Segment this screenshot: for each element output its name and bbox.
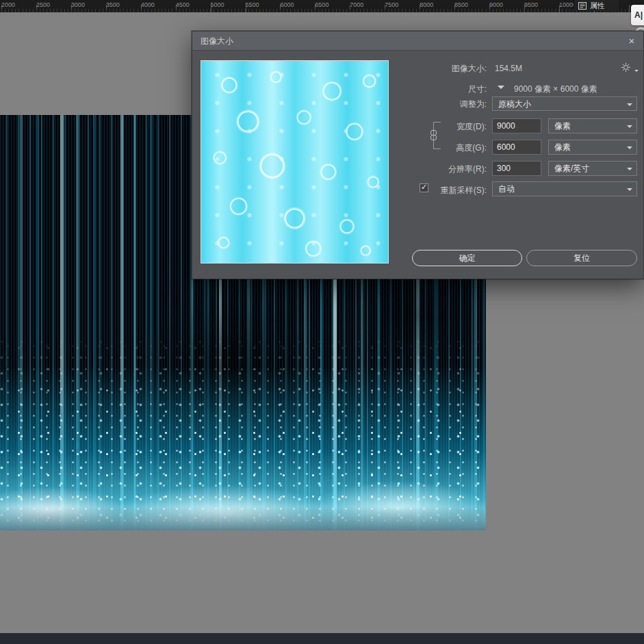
ruler-tick: 9500 [524, 1, 538, 8]
resolution-unit-value: 像素/英寸 [554, 164, 589, 173]
ruler-tick: 7000 [350, 1, 363, 8]
fit-to-select[interactable]: 原稿大小 [492, 96, 637, 111]
canvas-sparkles [0, 332, 486, 530]
width-input[interactable] [492, 118, 541, 133]
resolution-input[interactable] [492, 161, 541, 176]
height-unit-select[interactable]: 像素 [548, 140, 637, 155]
dimensions-label: 尺寸: [468, 83, 487, 94]
ruler-tick: 2000 [1, 1, 15, 8]
width-unit-value: 像素 [554, 121, 571, 131]
tool-hint-chip[interactable]: A| [631, 5, 644, 25]
image-size-dialog: 图像大小 × 图像大小: 154.5M 尺寸: 9000 像素 × 6000 像… [192, 31, 644, 279]
ruler-tick: 3000 [71, 1, 85, 8]
resolution-label: 分辨率(R): [448, 164, 487, 175]
height-label: 高度(G): [456, 142, 487, 153]
resample-label: 重新采样(S): [441, 185, 487, 196]
ruler-tick: 6000 [280, 1, 294, 8]
gear-icon[interactable] [621, 62, 639, 75]
ruler-tick: 4000 [141, 1, 155, 8]
image-size-value: 154.5M [495, 63, 522, 74]
ruler-tick: 6500 [315, 1, 329, 8]
reset-button[interactable]: 复位 [526, 250, 637, 266]
ruler-tick: 9000 [489, 1, 503, 8]
dimensions-dropdown-icon[interactable] [498, 86, 504, 92]
canvas-reflection [0, 507, 486, 530]
ruler-tick: 8000 [420, 1, 433, 8]
chain-link-icon [430, 135, 437, 140]
image-preview[interactable] [201, 60, 389, 263]
ruler-tick: 7500 [385, 1, 398, 8]
height-unit-value: 像素 [554, 142, 571, 152]
ruler-tick: 5500 [246, 1, 259, 8]
width-unit-select[interactable]: 像素 [548, 118, 637, 133]
ruler-tick: 8500 [454, 1, 468, 8]
width-label: 宽度(D): [456, 121, 487, 132]
properties-panel-label: 属性 [590, 1, 605, 11]
properties-panel-tab[interactable]: 属性 [574, 0, 619, 11]
ruler-tick: 4500 [176, 1, 190, 8]
ruler-tick: 5000 [211, 1, 224, 8]
ruler-tick: 2500 [36, 1, 50, 8]
resample-select[interactable]: 自动 [492, 181, 637, 196]
gear-caret-icon [634, 70, 639, 74]
image-size-label: 图像大小: [452, 63, 487, 74]
bottom-bar [0, 633, 644, 644]
dialog-title: 图像大小 [201, 31, 233, 51]
resolution-unit-select[interactable]: 像素/英寸 [548, 161, 637, 176]
dimensions-value: 9000 像素 × 6000 像素 [514, 83, 597, 94]
constrain-proportions-bracket[interactable] [433, 122, 441, 149]
ok-button[interactable]: 确定 [412, 250, 522, 266]
dialog-titlebar[interactable]: 图像大小 × [192, 31, 643, 51]
resample-checkbox[interactable] [420, 183, 428, 192]
resample-value: 自动 [498, 184, 515, 194]
properties-panel-icon [578, 2, 587, 10]
close-icon[interactable]: × [626, 35, 638, 47]
fit-to-value: 原稿大小 [498, 99, 531, 109]
photoshop-window: 2000250030003500400045005000550060006500… [0, 0, 644, 644]
ruler[interactable]: 2000250030003500400045005000550060006500… [0, 0, 644, 12]
ruler-tick: 3500 [106, 1, 120, 8]
height-input[interactable] [492, 140, 541, 155]
fit-to-label: 调整为: [460, 99, 487, 110]
